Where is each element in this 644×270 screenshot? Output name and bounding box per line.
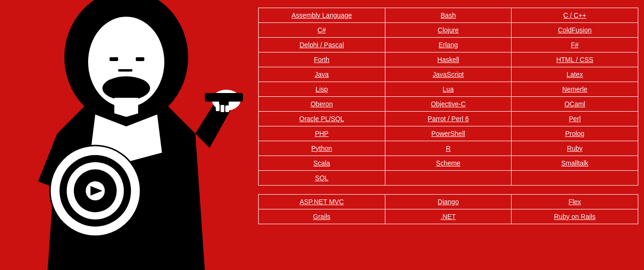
table-cell: Prolog [512,126,638,141]
hero-image [0,0,252,270]
table-cell: Oracle PL/SQL [259,112,385,126]
table-cell: R [385,141,512,156]
programming-languages-title [258,4,638,6]
table-cell: Scala [259,156,385,171]
table-cell: Latex [512,67,638,82]
language-link[interactable]: Nemerle [562,85,587,93]
table-cell: Grails [259,209,385,224]
svg-rect-18 [216,104,220,111]
table-row: ForthHaskellHTML / CSS [259,52,638,67]
language-link[interactable]: Scala [313,159,330,167]
table-cell: Lisp [259,82,385,97]
language-link[interactable]: C / C++ [564,11,586,19]
svg-rect-5 [118,69,132,72]
svg-rect-3 [110,57,118,61]
programming-languages-table: Assembly LanguageBashC / C++C#ClojureCol… [258,8,638,186]
table-cell: Django [385,195,512,209]
language-link[interactable]: C# [317,26,326,34]
language-link[interactable]: OCaml [564,100,585,108]
svg-rect-8 [114,98,138,117]
table-cell: Nemerle [512,82,638,97]
table-cell: Ruby on Rails [512,209,638,224]
framework-link[interactable]: ASP.NET MVC [300,198,344,206]
table-cell: Lua [385,82,512,97]
language-link[interactable]: HTML / CSS [556,56,594,63]
table-cell: Clojure [385,23,512,38]
table-row: OberonObjective-COCaml [259,97,638,112]
table-cell: ColdFusion [512,23,638,38]
framework-link[interactable]: Django [438,198,459,206]
table-row: LispLuaNemerle [259,82,638,97]
language-link[interactable]: Perl [569,115,581,123]
table-row: JavaJavaScriptLatex [259,67,638,82]
table-row: C#ClojureColdFusion [259,23,638,38]
table-row: ScalaSchemeSmalltalk [259,156,638,171]
framework-link[interactable]: .NET [441,213,456,220]
language-link[interactable]: PHP [315,130,329,137]
table-cell: Scheme [385,156,512,171]
language-link[interactable]: Smalltalk [561,159,588,167]
svg-point-7 [102,76,150,100]
table-cell: C# [259,23,385,38]
table-cell: Bash [385,8,512,23]
table-cell: Oberon [259,97,385,112]
language-link[interactable]: F# [571,41,578,49]
language-link[interactable]: ColdFusion [558,26,592,34]
language-link[interactable]: Java [315,71,329,78]
table-cell: PowerShell [385,126,512,141]
language-link[interactable]: Ruby [567,145,583,152]
table-cell: Parrot / Perl 6 [385,112,512,126]
table-row: SQL [259,171,638,186]
language-link[interactable]: Lisp [315,85,328,93]
language-link[interactable]: Forth [314,56,330,63]
framework-link[interactable]: Flex [568,198,581,206]
table-cell: Objective-C [385,97,512,112]
framework-link[interactable]: Grails [313,213,331,220]
frameworks-table: ASP.NET MVCDjangoFlexGrails.NETRuby on R… [258,194,638,224]
language-link[interactable]: Scheme [436,159,460,167]
language-link[interactable]: Assembly Language [292,11,352,19]
table-cell: HTML / CSS [512,52,638,67]
table-cell: Delphi / Pascal [259,38,385,52]
language-link[interactable]: Erlang [439,41,458,49]
language-link[interactable]: Objective-C [431,100,465,108]
table-row: PHPPowerShellProlog [259,126,638,141]
table-row: ASP.NET MVCDjangoFlex [259,195,638,209]
language-link[interactable]: Haskell [437,56,459,63]
language-link[interactable]: PowerShell [432,130,465,137]
table-cell: F# [512,38,638,52]
language-link[interactable]: SQL [315,174,328,182]
language-link[interactable]: Parrot / Perl 6 [428,115,469,123]
language-link[interactable]: JavaScript [433,71,463,78]
right-content: Assembly LanguageBashC / C++C#ClojureCol… [252,0,644,270]
table-cell: C / C++ [512,8,638,23]
table-cell: Assembly Language [259,8,385,23]
language-link[interactable]: Bash [441,11,456,19]
language-link[interactable]: Python [312,145,332,152]
svg-rect-19 [221,105,224,112]
language-link[interactable]: Lua [443,85,453,93]
table-row: Assembly LanguageBashC / C++ [259,8,638,23]
table-cell: JavaScript [385,67,512,82]
table-cell: ASP.NET MVC [259,195,385,209]
frameworks-title [258,190,638,192]
svg-rect-4 [136,57,144,61]
table-cell: Ruby [512,141,638,156]
table-cell [512,171,638,186]
framework-link[interactable]: Ruby on Rails [554,213,595,220]
svg-rect-16 [205,93,243,102]
language-link[interactable]: Oberon [311,100,333,108]
table-cell [385,171,512,186]
language-link[interactable]: Clojure [438,26,459,34]
table-cell: Forth [259,52,385,67]
language-link[interactable]: Oracle PL/SQL [299,115,344,123]
svg-rect-20 [225,105,229,112]
table-cell: Perl [512,112,638,126]
language-link[interactable]: R [446,145,451,152]
language-link[interactable]: Delphi / Pascal [300,41,344,49]
table-cell: Flex [512,195,638,209]
language-link[interactable]: Prolog [565,130,584,137]
table-row: Oracle PL/SQLParrot / Perl 6Perl [259,112,638,126]
language-link[interactable]: Latex [567,71,583,78]
table-cell: Erlang [385,38,512,52]
